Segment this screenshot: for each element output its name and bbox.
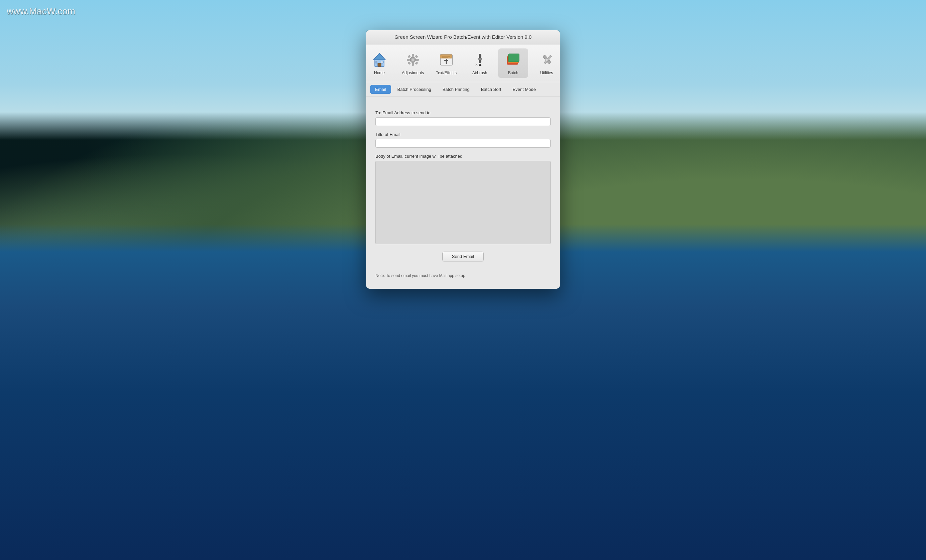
email-body-textarea[interactable]	[375, 161, 551, 244]
svg-point-37	[545, 59, 548, 61]
svg-rect-18	[415, 62, 418, 65]
svg-point-31	[475, 63, 475, 64]
send-email-button[interactable]: Send Email	[442, 252, 484, 261]
tabs-bar: Email Batch Processing Batch Printing Ba…	[366, 82, 560, 97]
svg-rect-11	[412, 54, 414, 57]
tab-batch-sort[interactable]: Batch Sort	[476, 85, 507, 94]
tab-email[interactable]: Email	[370, 85, 391, 94]
svg-point-29	[477, 65, 478, 66]
utilities-icon	[538, 51, 555, 68]
toolbar-item-home[interactable]: Home	[366, 48, 395, 78]
svg-marker-1	[374, 53, 386, 60]
airbrush-label: Airbrush	[472, 71, 487, 75]
toolbar-item-airbrush[interactable]: Airbrush	[465, 48, 495, 78]
tab-event-mode[interactable]: Event Mode	[507, 85, 540, 94]
utilities-label: Utilities	[540, 71, 553, 75]
email-title-input[interactable]	[375, 139, 551, 148]
toolbar-item-text-effects[interactable]: Text/Effects	[431, 48, 461, 78]
title-bar: Green Screen Wizard Pro Batch/Event with…	[366, 30, 560, 44]
svg-rect-14	[416, 59, 419, 61]
batch-label: Batch	[508, 71, 519, 75]
batch-icon	[504, 51, 522, 68]
svg-point-10	[412, 59, 414, 61]
svg-marker-26	[479, 63, 481, 66]
tab-batch-printing[interactable]: Batch Printing	[437, 85, 475, 94]
svg-rect-34	[508, 54, 519, 62]
svg-rect-12	[412, 63, 414, 66]
svg-rect-15	[407, 55, 411, 58]
svg-rect-22	[446, 59, 447, 64]
toolbar-item-adjustments[interactable]: Adjustments	[398, 48, 428, 78]
app-window: Green Screen Wizard Pro Batch/Event with…	[366, 30, 560, 289]
svg-rect-17	[407, 62, 411, 65]
toolbar-item-utilities[interactable]: Utilities	[531, 48, 560, 78]
svg-point-30	[475, 65, 476, 66]
toolbar: Home Adjustments	[366, 44, 560, 82]
svg-rect-2	[378, 63, 381, 66]
to-label: To: Email Address to send to	[375, 110, 551, 115]
adjustments-label: Adjustments	[402, 71, 424, 75]
toolbar-item-batch[interactable]: Batch	[498, 48, 528, 78]
tab-batch-processing[interactable]: Batch Processing	[392, 85, 436, 94]
airbrush-icon	[471, 51, 489, 68]
home-label: Home	[374, 71, 385, 75]
title-label: Title of Email	[375, 132, 551, 137]
window-title: Green Screen Wizard Pro Batch/Event with…	[395, 34, 531, 40]
home-icon	[371, 51, 388, 68]
svg-point-28	[476, 64, 477, 65]
to-email-input[interactable]	[375, 117, 551, 126]
svg-rect-27	[478, 58, 482, 60]
note-text: Note: To send email you must have Mail.a…	[375, 273, 551, 281]
svg-rect-16	[415, 55, 418, 58]
text-effects-label: Text/Effects	[436, 71, 457, 75]
body-label: Body of Email, current image will be att…	[375, 154, 551, 159]
content-area: To: Email Address to send to Title of Em…	[366, 97, 560, 289]
svg-rect-13	[407, 59, 410, 61]
watermark-text: www.MacW.com	[7, 6, 75, 17]
text-effects-icon	[437, 51, 455, 68]
gear-icon	[404, 51, 422, 68]
